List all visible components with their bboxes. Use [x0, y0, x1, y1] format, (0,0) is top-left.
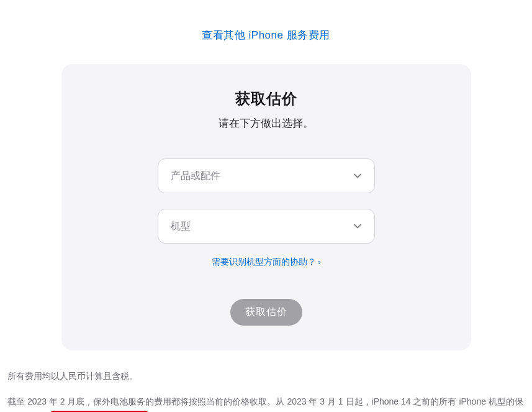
submit-wrapper: 获取估价 — [86, 299, 446, 326]
get-estimate-button[interactable]: 获取估价 — [230, 299, 302, 326]
model-select[interactable]: 机型 — [158, 209, 375, 244]
footer-line-2-part1: 截至 2023 年 2 月底，保外电池服务的费用都将按照当前的价格收取。从 20… — [7, 396, 523, 412]
card-subtitle: 请在下方做出选择。 — [86, 116, 446, 130]
footer-text: 所有费用均以人民币计算且含税。 截至 2023 年 2 月底，保外电池服务的费用… — [0, 350, 532, 412]
product-select-placeholder: 产品或配件 — [171, 170, 220, 183]
help-link-label: 需要识别机型方面的协助？ — [212, 257, 316, 267]
footer-line-2: 截至 2023 年 2 月底，保外电池服务的费用都将按照当前的价格收取。从 20… — [7, 393, 525, 412]
product-select[interactable]: 产品或配件 — [158, 158, 375, 193]
chevron-right-icon: › — [318, 258, 321, 267]
help-link-container: 需要识别机型方面的协助？› — [86, 256, 446, 268]
view-other-services-link[interactable]: 查看其他 iPhone 服务费用 — [202, 29, 330, 41]
card-title: 获取估价 — [86, 89, 446, 109]
chevron-down-icon — [353, 172, 362, 180]
estimate-card: 获取估价 请在下方做出选择。 产品或配件 机型 需要识别机型方面的协助？› 获取… — [61, 64, 471, 350]
model-select-wrapper: 机型 — [158, 209, 375, 244]
top-link-container: 查看其他 iPhone 服务费用 — [0, 0, 532, 55]
footer-line-1: 所有费用均以人民币计算且含税。 — [7, 368, 525, 385]
identify-model-help-link[interactable]: 需要识别机型方面的协助？› — [212, 257, 321, 267]
chevron-down-icon — [353, 222, 362, 231]
product-select-wrapper: 产品或配件 — [158, 158, 375, 193]
model-select-placeholder: 机型 — [171, 220, 191, 233]
